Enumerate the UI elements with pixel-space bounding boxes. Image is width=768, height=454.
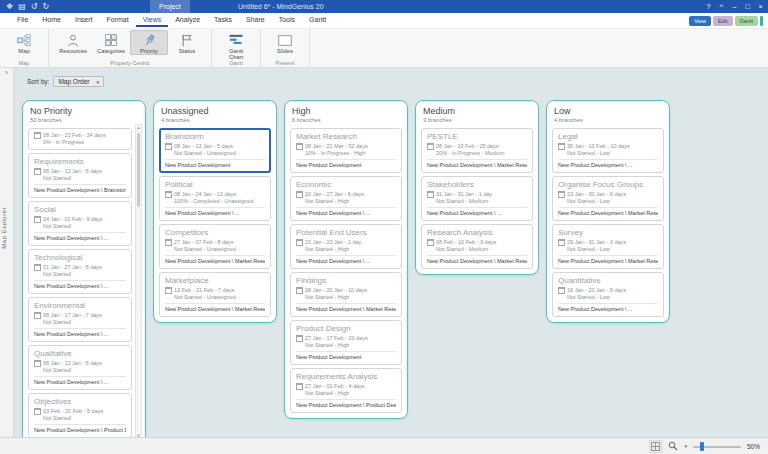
task-card-research-analysis[interactable]: Research Analysis08 Feb - 10 Feb - 3 day… [421,224,533,269]
task-card-political[interactable]: Political08 Jan - 24 Jan - 13 days100% -… [159,176,271,221]
save-icon[interactable]: ▤ [18,0,26,13]
ribbon-button-priority[interactable]: Priority [130,30,168,55]
sort-by-label: Sort by: [27,78,49,85]
menu-item-tasks[interactable]: Tasks [207,13,239,27]
ribbon-button-categories[interactable]: Categories [92,30,130,55]
card-breadcrumb-path: New Product Development \ Market Researc… [165,255,265,265]
sort-order-value: Map Order [58,78,89,85]
close-icon[interactable]: × [754,0,767,13]
task-card-qualitative[interactable]: Qualitative08 Jan - 13 Jan - 5 daysNot S… [28,345,132,390]
mode-buttons: ViewEditGantt [689,16,763,26]
task-card-marketplace[interactable]: Marketplace13 Feb - 21 Feb - 7 daysNot S… [159,272,271,317]
calendar-icon [296,143,303,150]
task-card-environmental[interactable]: Environmental08 Jan - 17 Jan - 7 daysNot… [28,297,132,342]
mode-button-edit[interactable]: Edit [713,16,732,26]
ribbon-button-status[interactable]: Status [168,30,206,55]
sort-bar: Sort by: Map Order ▾ [27,76,104,87]
task-card-survey[interactable]: Survey29 Jan - 31 Jan - 3 daysNot Starte… [552,224,664,269]
scroll-up-icon[interactable]: ▲ [136,125,141,131]
ribbon-button-map[interactable]: Map [5,30,43,55]
undo-icon[interactable]: ↺ [31,0,38,13]
card-status: 100% - Completed - Unassigned [165,198,265,205]
task-card-competitors[interactable]: Competitors27 Jan - 07 Feb - 8 daysNot S… [159,224,271,269]
card-date-text: 27 Jan - 07 Feb - 8 days [174,239,234,246]
zoom-slider[interactable] [693,441,741,451]
card-breadcrumb-path: New Product Development \ ... [34,232,126,242]
sort-order-dropdown[interactable]: Map Order ▾ [53,76,104,87]
ribbon-button-resources[interactable]: Resources [54,30,92,55]
zoom-dropdown-caret-icon[interactable]: ▾ [684,443,687,449]
task-card-stakeholders[interactable]: Stakeholders31 Jan - 31 Jan - 1 dayNot S… [421,176,533,221]
task-card-organise-focus-groups[interactable]: Organise Focus Groups23 Jan - 30 Jan - 6… [552,176,664,221]
card-title: Legal [558,132,658,142]
calendar-icon [427,191,434,198]
task-card-scrolled[interactable]: 08 Jan - 23 Feb - 34 days0% - In Progres… [28,128,132,150]
task-card-requirements[interactable]: Requirements08 Jan - 13 Jan - 5 daysNot … [28,153,132,198]
project-tab[interactable]: Project [150,0,190,13]
ribbon-group-gantt: Gantt ChartGantt [212,28,261,67]
menu-item-share[interactable]: Share [239,13,272,27]
scrollbar-thumb[interactable] [137,133,140,207]
menu-item-home[interactable]: Home [35,13,68,27]
card-title: Qualitative [34,349,126,359]
task-card-findings[interactable]: Findings08 Jan - 20 Jan - 10 daysNot Sta… [290,272,402,317]
card-date-range: 13 Feb - 21 Feb - 7 days [165,287,265,294]
card-title: Market Research [296,132,396,142]
task-card-legal[interactable]: Legal30 Jan - 10 Feb - 10 daysNot Starte… [552,128,664,173]
card-status: Not Started - High [296,246,396,253]
task-card-brainstorm[interactable]: Brainstorm08 Jan - 13 Jan - 5 daysNot St… [159,128,271,173]
task-card-requirements-analysis[interactable]: Requirements Analysis27 Jan - 01 Feb - 4… [290,368,402,413]
card-breadcrumb-path: New Product Development [296,159,396,169]
card-date-text: 03 Feb - 20 Feb - 5 days [43,408,103,415]
task-card-social[interactable]: Social24 Jan - 01 Feb - 9 daysNot Starte… [28,201,132,246]
card-date-range: 08 Jan - 13 Jan - 5 days [34,168,126,175]
column-branch-count: 6 branches [290,116,402,128]
task-card-quantitative[interactable]: Quantitative16 Jan - 20 Jan - 5 daysNot … [552,272,664,317]
redo-icon[interactable]: ↻ [42,0,49,13]
menu-item-tools[interactable]: Tools [272,13,302,27]
task-card-objectives[interactable]: Objectives03 Feb - 20 Feb - 5 daysNot St… [28,393,132,438]
ribbon-button-slides[interactable]: Slides [266,30,304,55]
task-card-market-research[interactable]: Market Research08 Jan - 21 Mar - 52 days… [290,128,402,173]
card-date-range: 08 Feb - 10 Feb - 3 days [427,239,527,246]
column-scrollbar[interactable]: ▲▼ [135,124,142,440]
card-title: Brainstorm [165,132,265,142]
menu-item-file[interactable]: File [10,13,35,27]
task-card-technological[interactable]: Technological21 Jan - 27 Jan - 5 daysNot… [28,249,132,294]
fit-to-window-icon[interactable] [649,440,662,453]
menu-item-insert[interactable]: Insert [68,13,100,27]
zoom-slider-thumb[interactable] [700,442,704,451]
menu-item-analyze[interactable]: Analyze [168,13,207,27]
calendar-icon [34,408,41,415]
categories-icon [105,33,117,47]
card-status: Not Started - Unassigned [165,246,265,253]
menu-item-views[interactable]: Views [136,13,169,27]
zoom-tool-icon[interactable] [668,437,678,454]
card-date-text: 23 Jan - 23 Jan - 1 day [305,239,361,246]
card-date-range: 08 Jan - 23 Feb - 34 days [34,132,126,139]
task-card-economic[interactable]: Economic20 Jan - 27 Jan - 6 daysNot Star… [290,176,402,221]
app-logo-icon[interactable]: ❖ [6,0,13,13]
ribbon-button-gantt-chart[interactable]: Gantt Chart [217,30,255,61]
task-card-product-design[interactable]: Product Design27 Jan - 17 Feb - 20 daysN… [290,320,402,365]
calendar-icon [165,143,172,150]
card-status: Not Started [34,367,126,374]
menu-item-gantt[interactable]: Gantt [302,13,333,27]
calendar-icon [165,287,172,294]
ribbon-options-icon[interactable]: ^ [715,0,728,13]
mode-button-gantt[interactable]: Gantt [735,16,758,26]
mode-button-view[interactable]: View [689,16,711,26]
card-status: Not Started [34,271,126,278]
calendar-icon [296,287,303,294]
task-card-pestle[interactable]: PESTLE08 Jan - 10 Feb - 25 days20% - In … [421,128,533,173]
ribbon-button-label: Resources [59,48,87,54]
maximize-icon[interactable]: □ [741,0,754,13]
menu-item-format[interactable]: Format [99,13,135,27]
ribbon-group-label: Property Centric [49,60,211,66]
card-status: Not Started - Low [558,246,658,253]
help-icon[interactable]: ? [702,0,715,13]
minimize-icon[interactable]: – [728,0,741,13]
expander-chevron-icon[interactable]: › [0,67,13,79]
card-title: Competitors [165,228,265,238]
task-card-potential-end-users[interactable]: Potential End Users23 Jan - 23 Jan - 1 d… [290,224,402,269]
